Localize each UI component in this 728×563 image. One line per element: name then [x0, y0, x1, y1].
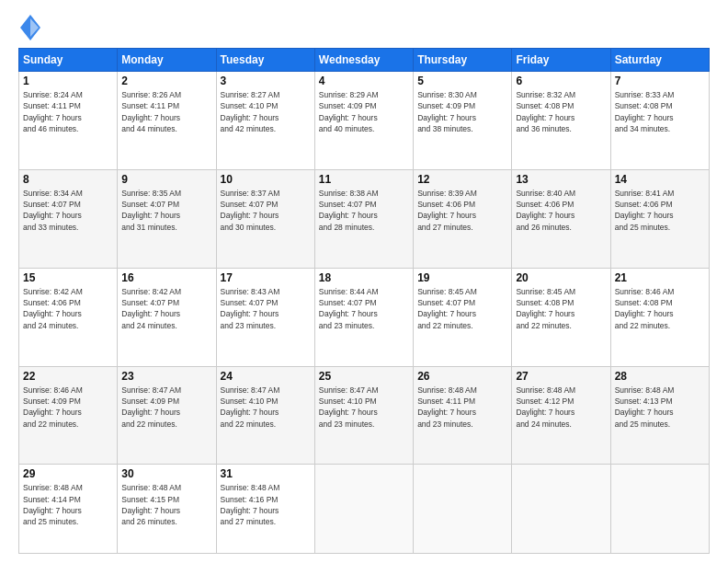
calendar-cell: 6Sunrise: 8:32 AMSunset: 4:08 PMDaylight…	[512, 72, 610, 170]
day-number: 25	[319, 370, 409, 383]
calendar-cell: 23Sunrise: 8:47 AMSunset: 4:09 PMDayligh…	[118, 366, 216, 465]
calendar-cell: 25Sunrise: 8:47 AMSunset: 4:10 PMDayligh…	[314, 366, 413, 465]
calendar-cell: 21Sunrise: 8:46 AMSunset: 4:08 PMDayligh…	[610, 268, 709, 366]
day-number: 31	[221, 467, 311, 480]
day-info: Sunrise: 8:41 AMSunset: 4:06 PMDaylight:…	[615, 188, 705, 233]
col-header-wednesday: Wednesday	[314, 49, 413, 72]
day-info: Sunrise: 8:33 AMSunset: 4:08 PMDaylight:…	[615, 89, 705, 134]
week-row-5: 29Sunrise: 8:48 AMSunset: 4:14 PMDayligh…	[19, 465, 710, 554]
calendar-cell: 5Sunrise: 8:30 AMSunset: 4:09 PMDaylight…	[414, 72, 512, 170]
calendar-table: SundayMondayTuesdayWednesdayThursdayFrid…	[18, 48, 710, 554]
calendar-cell: 4Sunrise: 8:29 AMSunset: 4:09 PMDaylight…	[314, 72, 413, 170]
day-info: Sunrise: 8:26 AMSunset: 4:11 PMDaylight:…	[121, 89, 211, 134]
day-number: 6	[516, 75, 606, 87]
day-info: Sunrise: 8:44 AMSunset: 4:07 PMDaylight:…	[319, 286, 409, 331]
calendar-cell: 19Sunrise: 8:45 AMSunset: 4:07 PMDayligh…	[414, 268, 512, 366]
day-number: 9	[121, 173, 211, 186]
day-info: Sunrise: 8:48 AMSunset: 4:14 PMDaylight:…	[23, 482, 113, 527]
week-row-1: 1Sunrise: 8:24 AMSunset: 4:11 PMDaylight…	[19, 72, 710, 170]
header-row: SundayMondayTuesdayWednesdayThursdayFrid…	[19, 49, 710, 72]
day-number: 20	[516, 271, 606, 284]
col-header-friday: Friday	[512, 49, 610, 72]
week-row-4: 22Sunrise: 8:46 AMSunset: 4:09 PMDayligh…	[19, 366, 710, 465]
calendar-cell	[610, 465, 709, 554]
day-number: 30	[121, 467, 211, 480]
col-header-saturday: Saturday	[610, 49, 709, 72]
calendar-cell	[314, 465, 413, 554]
calendar-cell: 17Sunrise: 8:43 AMSunset: 4:07 PMDayligh…	[216, 268, 314, 366]
page: SundayMondayTuesdayWednesdayThursdayFrid…	[0, 0, 728, 563]
week-row-3: 15Sunrise: 8:42 AMSunset: 4:06 PMDayligh…	[19, 268, 710, 366]
day-info: Sunrise: 8:38 AMSunset: 4:07 PMDaylight:…	[319, 188, 409, 233]
day-info: Sunrise: 8:39 AMSunset: 4:06 PMDaylight:…	[417, 188, 507, 233]
day-info: Sunrise: 8:27 AMSunset: 4:10 PMDaylight:…	[221, 89, 311, 134]
day-info: Sunrise: 8:48 AMSunset: 4:15 PMDaylight:…	[121, 482, 211, 527]
calendar-cell: 15Sunrise: 8:42 AMSunset: 4:06 PMDayligh…	[19, 268, 118, 366]
day-info: Sunrise: 8:37 AMSunset: 4:07 PMDaylight:…	[221, 188, 311, 233]
calendar-cell	[512, 465, 610, 554]
col-header-tuesday: Tuesday	[216, 49, 314, 72]
day-info: Sunrise: 8:48 AMSunset: 4:16 PMDaylight:…	[221, 482, 311, 527]
day-number: 24	[221, 370, 311, 383]
calendar-cell: 20Sunrise: 8:45 AMSunset: 4:08 PMDayligh…	[512, 268, 610, 366]
day-number: 1	[23, 75, 113, 87]
calendar-cell: 9Sunrise: 8:35 AMSunset: 4:07 PMDaylight…	[118, 169, 216, 268]
day-info: Sunrise: 8:48 AMSunset: 4:11 PMDaylight:…	[417, 385, 507, 430]
day-info: Sunrise: 8:32 AMSunset: 4:08 PMDaylight:…	[516, 89, 606, 134]
calendar-cell: 22Sunrise: 8:46 AMSunset: 4:09 PMDayligh…	[19, 366, 118, 465]
logo	[18, 15, 40, 40]
day-info: Sunrise: 8:48 AMSunset: 4:13 PMDaylight:…	[615, 385, 705, 430]
day-info: Sunrise: 8:30 AMSunset: 4:09 PMDaylight:…	[417, 89, 507, 134]
day-number: 28	[615, 370, 705, 383]
day-number: 7	[615, 75, 705, 87]
calendar-cell: 14Sunrise: 8:41 AMSunset: 4:06 PMDayligh…	[610, 169, 709, 268]
day-info: Sunrise: 8:46 AMSunset: 4:09 PMDaylight:…	[23, 385, 113, 430]
day-number: 17	[221, 271, 311, 284]
calendar-cell: 10Sunrise: 8:37 AMSunset: 4:07 PMDayligh…	[216, 169, 314, 268]
calendar-cell	[414, 465, 512, 554]
day-number: 3	[221, 75, 311, 87]
col-header-sunday: Sunday	[19, 49, 118, 72]
calendar-cell: 30Sunrise: 8:48 AMSunset: 4:15 PMDayligh…	[118, 465, 216, 554]
calendar-cell: 12Sunrise: 8:39 AMSunset: 4:06 PMDayligh…	[414, 169, 512, 268]
day-number: 18	[319, 271, 409, 284]
calendar-cell: 11Sunrise: 8:38 AMSunset: 4:07 PMDayligh…	[314, 169, 413, 268]
day-number: 10	[221, 173, 311, 186]
day-number: 2	[121, 75, 211, 87]
day-number: 16	[121, 271, 211, 284]
calendar-cell: 8Sunrise: 8:34 AMSunset: 4:07 PMDaylight…	[19, 169, 118, 268]
calendar-cell: 28Sunrise: 8:48 AMSunset: 4:13 PMDayligh…	[610, 366, 709, 465]
week-row-2: 8Sunrise: 8:34 AMSunset: 4:07 PMDaylight…	[19, 169, 710, 268]
day-info: Sunrise: 8:47 AMSunset: 4:10 PMDaylight:…	[319, 385, 409, 430]
day-number: 26	[417, 370, 507, 383]
calendar-cell: 16Sunrise: 8:42 AMSunset: 4:07 PMDayligh…	[118, 268, 216, 366]
day-info: Sunrise: 8:43 AMSunset: 4:07 PMDaylight:…	[221, 286, 311, 331]
day-info: Sunrise: 8:46 AMSunset: 4:08 PMDaylight:…	[615, 286, 705, 331]
col-header-monday: Monday	[118, 49, 216, 72]
day-number: 27	[516, 370, 606, 383]
calendar-cell: 31Sunrise: 8:48 AMSunset: 4:16 PMDayligh…	[216, 465, 314, 554]
day-number: 11	[319, 173, 409, 186]
day-number: 13	[516, 173, 606, 186]
day-number: 15	[23, 271, 113, 284]
day-info: Sunrise: 8:35 AMSunset: 4:07 PMDaylight:…	[121, 188, 211, 233]
day-info: Sunrise: 8:40 AMSunset: 4:06 PMDaylight:…	[516, 188, 606, 233]
day-number: 8	[23, 173, 113, 186]
day-number: 29	[23, 467, 113, 480]
col-header-thursday: Thursday	[414, 49, 512, 72]
calendar-cell: 1Sunrise: 8:24 AMSunset: 4:11 PMDaylight…	[19, 72, 118, 170]
calendar-cell: 13Sunrise: 8:40 AMSunset: 4:06 PMDayligh…	[512, 169, 610, 268]
day-number: 4	[319, 75, 409, 87]
calendar-cell: 29Sunrise: 8:48 AMSunset: 4:14 PMDayligh…	[19, 465, 118, 554]
calendar-cell: 24Sunrise: 8:47 AMSunset: 4:10 PMDayligh…	[216, 366, 314, 465]
day-info: Sunrise: 8:42 AMSunset: 4:06 PMDaylight:…	[23, 286, 113, 331]
day-info: Sunrise: 8:47 AMSunset: 4:09 PMDaylight:…	[121, 385, 211, 430]
day-info: Sunrise: 8:34 AMSunset: 4:07 PMDaylight:…	[23, 188, 113, 233]
day-number: 21	[615, 271, 705, 284]
calendar-cell: 27Sunrise: 8:48 AMSunset: 4:12 PMDayligh…	[512, 366, 610, 465]
calendar-cell: 7Sunrise: 8:33 AMSunset: 4:08 PMDaylight…	[610, 72, 709, 170]
day-info: Sunrise: 8:45 AMSunset: 4:07 PMDaylight:…	[417, 286, 507, 331]
day-number: 12	[417, 173, 507, 186]
day-info: Sunrise: 8:47 AMSunset: 4:10 PMDaylight:…	[221, 385, 311, 430]
day-info: Sunrise: 8:29 AMSunset: 4:09 PMDaylight:…	[319, 89, 409, 134]
